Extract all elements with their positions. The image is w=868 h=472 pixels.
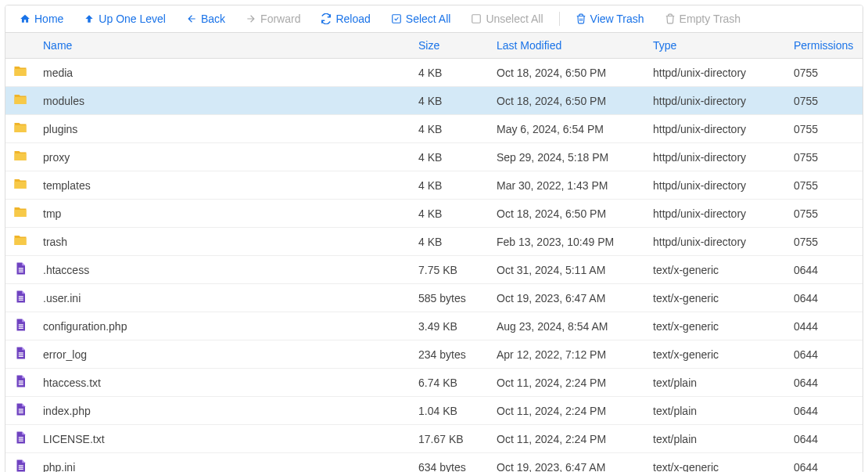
table-row[interactable]: .htaccess7.75 KBOct 31, 2024, 5:11 AMtex… — [5, 256, 863, 284]
row-type: httpd/unix-directory — [645, 200, 786, 228]
row-modified: Oct 31, 2024, 5:11 AM — [489, 256, 645, 284]
home-button[interactable]: Home — [13, 10, 70, 27]
table-header: Name Size Last Modified Type Permissions — [5, 33, 863, 59]
arrow-right-icon — [246, 13, 256, 24]
table-row[interactable]: php.ini634 bytesOct 19, 2023, 6:47 AMtex… — [5, 453, 863, 473]
table-row[interactable]: LICENSE.txt17.67 KBOct 11, 2024, 2:24 PM… — [5, 425, 863, 453]
row-permissions: 0644 — [786, 397, 863, 425]
unselectall-label: Unselect All — [486, 13, 543, 25]
row-size: 1.04 KB — [411, 397, 489, 425]
row-size: 17.67 KB — [411, 425, 489, 453]
table-row[interactable]: error_log234 bytesApr 12, 2022, 7:12 PMt… — [5, 340, 863, 369]
table-row[interactable]: plugins4 KBMay 6, 2024, 6:54 PMhttpd/uni… — [5, 115, 863, 143]
row-modified: May 6, 2024, 6:54 PM — [489, 115, 645, 143]
row-size: 4 KB — [411, 200, 489, 228]
col-size-header[interactable]: Size — [411, 33, 489, 59]
table-row[interactable]: index.php1.04 KBOct 11, 2024, 2:24 PMtex… — [5, 397, 863, 425]
row-modified: Apr 12, 2022, 7:12 PM — [489, 340, 645, 369]
arrow-left-icon — [186, 13, 197, 24]
selectall-label: Select All — [406, 13, 451, 25]
forward-label: Forward — [260, 13, 300, 25]
table-row[interactable]: htaccess.txt6.74 KBOct 11, 2024, 2:24 PM… — [5, 369, 863, 397]
emptytrash-button: Empty Trash — [658, 10, 748, 27]
reload-icon — [321, 13, 332, 24]
row-size: 3.49 KB — [411, 312, 489, 340]
reload-button[interactable]: Reload — [314, 10, 376, 27]
col-type-header[interactable]: Type — [645, 33, 786, 59]
table-row[interactable]: modules4 KBOct 18, 2024, 6:50 PMhttpd/un… — [5, 87, 863, 115]
table-body: media4 KBOct 18, 2024, 6:50 PMhttpd/unix… — [5, 59, 863, 473]
row-type: httpd/unix-directory — [645, 59, 786, 87]
row-permissions: 0755 — [786, 87, 863, 115]
file-manager: Home Up One Level Back Forward Reload — [5, 5, 863, 472]
up-button[interactable]: Up One Level — [77, 10, 172, 27]
row-permissions: 0644 — [786, 425, 863, 453]
row-name[interactable]: LICENSE.txt — [35, 425, 411, 453]
row-permissions: 0755 — [786, 143, 863, 171]
row-size: 634 bytes — [411, 453, 489, 473]
row-modified: Oct 18, 2024, 6:50 PM — [489, 200, 645, 228]
table-row[interactable]: proxy4 KBSep 29, 2024, 5:18 PMhttpd/unix… — [5, 143, 863, 171]
file-icon — [5, 256, 35, 284]
row-permissions: 0644 — [786, 453, 863, 473]
col-perm-header[interactable]: Permissions — [786, 33, 863, 59]
row-name[interactable]: php.ini — [35, 453, 411, 473]
row-type: text/plain — [645, 425, 786, 453]
toolbar-divider — [559, 12, 560, 26]
viewtrash-label: View Trash — [590, 13, 644, 25]
row-type: text/x-generic — [645, 256, 786, 284]
row-modified: Aug 23, 2024, 8:54 AM — [489, 312, 645, 340]
up-label: Up One Level — [99, 13, 166, 25]
table-row[interactable]: tmp4 KBOct 18, 2024, 6:50 PMhttpd/unix-d… — [5, 200, 863, 228]
row-name[interactable]: tmp — [35, 200, 411, 228]
table-row[interactable]: configuration.php3.49 KBAug 23, 2024, 8:… — [5, 312, 863, 340]
row-permissions: 0644 — [786, 340, 863, 369]
col-modified-header[interactable]: Last Modified — [489, 33, 645, 59]
trash-empty-icon — [665, 13, 676, 24]
home-label: Home — [34, 13, 63, 25]
row-size: 4 KB — [411, 143, 489, 171]
selectall-button[interactable]: Select All — [385, 10, 457, 27]
row-modified: Sep 29, 2024, 5:18 PM — [489, 143, 645, 171]
row-permissions: 0755 — [786, 59, 863, 87]
row-size: 585 bytes — [411, 284, 489, 312]
row-name[interactable]: proxy — [35, 143, 411, 171]
table-row[interactable]: media4 KBOct 18, 2024, 6:50 PMhttpd/unix… — [5, 59, 863, 87]
row-permissions: 0755 — [786, 115, 863, 143]
folder-icon — [5, 115, 35, 143]
arrow-up-icon — [84, 13, 95, 24]
row-name[interactable]: templates — [35, 171, 411, 200]
row-name[interactable]: index.php — [35, 397, 411, 425]
col-name-header[interactable]: Name — [35, 33, 411, 59]
row-name[interactable]: modules — [35, 87, 411, 115]
row-name[interactable]: .user.ini — [35, 284, 411, 312]
viewtrash-button[interactable]: View Trash — [569, 10, 651, 27]
row-name[interactable]: plugins — [35, 115, 411, 143]
row-name[interactable]: htaccess.txt — [35, 369, 411, 397]
row-name[interactable]: .htaccess — [35, 256, 411, 284]
row-size: 4 KB — [411, 59, 489, 87]
square-icon — [471, 13, 482, 24]
row-type: text/x-generic — [645, 312, 786, 340]
row-name[interactable]: media — [35, 59, 411, 87]
col-icon-header — [5, 33, 35, 59]
row-type: text/plain — [645, 369, 786, 397]
row-name[interactable]: configuration.php — [35, 312, 411, 340]
row-type: httpd/unix-directory — [645, 143, 786, 171]
table-row[interactable]: trash4 KBFeb 13, 2023, 10:49 PMhttpd/uni… — [5, 228, 863, 256]
emptytrash-label: Empty Trash — [680, 13, 741, 25]
row-size: 234 bytes — [411, 340, 489, 369]
trash-icon — [576, 13, 586, 24]
row-name[interactable]: error_log — [35, 340, 411, 369]
row-modified: Oct 19, 2023, 6:47 AM — [489, 453, 645, 473]
back-label: Back — [201, 13, 225, 25]
row-type: httpd/unix-directory — [645, 171, 786, 200]
back-button[interactable]: Back — [180, 10, 231, 27]
table-row[interactable]: .user.ini585 bytesOct 19, 2023, 6:47 AMt… — [5, 284, 863, 312]
folder-icon — [5, 87, 35, 115]
row-permissions: 0644 — [786, 284, 863, 312]
table-row[interactable]: templates4 KBMar 30, 2022, 1:43 PMhttpd/… — [5, 171, 863, 200]
row-name[interactable]: trash — [35, 228, 411, 256]
svg-rect-0 — [393, 15, 401, 23]
row-size: 4 KB — [411, 171, 489, 200]
